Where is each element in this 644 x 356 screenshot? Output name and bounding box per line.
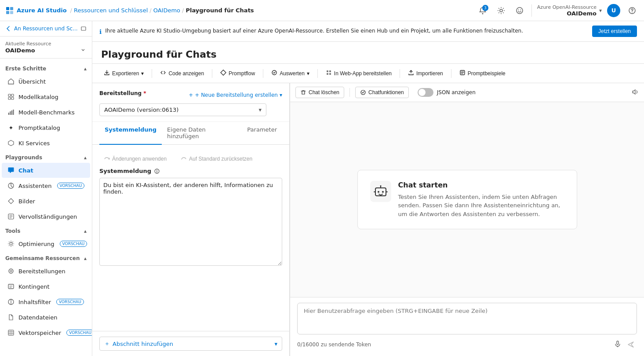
right-sep-1 (349, 88, 350, 97)
sidebar-item-bereitstellungen[interactable]: Bereitstellungen (2, 264, 90, 279)
topbar: Azure AI Studio / Ressourcen und Schlüss… (0, 0, 644, 21)
svg-rect-0 (6, 7, 9, 10)
breadcrumb-resources[interactable]: Ressourcen und Schlüssel (74, 7, 148, 14)
svg-rect-35 (329, 73, 331, 75)
resource-selector[interactable]: Azure OpenAI-Ressource OAIDemo ▾ (531, 4, 602, 17)
settings-icon[interactable] (495, 4, 508, 17)
create-hub-button[interactable]: Jetzt erstellen (592, 26, 637, 37)
collapse-icon: ▴ (84, 66, 87, 72)
section-shared-resources[interactable]: Gemeinsame Ressourcen ▴ (0, 252, 92, 263)
promptflow-icon (220, 70, 226, 77)
code-icon (160, 70, 166, 77)
promptflow-button[interactable]: Promptflow (216, 67, 259, 79)
sidebar-item-ubersicht[interactable]: Übersicht (2, 74, 90, 89)
section-tools[interactable]: Tools ▴ (0, 224, 92, 236)
svg-point-4 (482, 13, 483, 14)
current-resource: Aktuelle Ressource OAIDemo (0, 37, 92, 59)
import-button[interactable]: Importieren (404, 67, 448, 79)
add-section-area: ＋ Abschnitt hinzufügen ▾ (92, 331, 289, 356)
reset-button[interactable]: Auf Standard zurücksetzen (176, 154, 257, 164)
tab-eigene-daten[interactable]: Eigene Daten hinzufügen (162, 122, 242, 145)
sidebar-item-assistenten[interactable]: Assistenten VORSCHAU (2, 178, 90, 193)
sidebar-item-modell-benchmarks[interactable]: Modell-Benchmarks (2, 105, 90, 120)
import-icon (408, 70, 414, 77)
bot-icon (370, 181, 391, 202)
tab-parameter[interactable]: Parameter (242, 122, 282, 145)
svg-point-26 (10, 270, 12, 272)
avatar[interactable]: U (607, 4, 620, 17)
evaluate-button[interactable]: Auswerten ▾ (267, 67, 314, 79)
main-toolbar: Exportieren ▾ Code anzeigen Promptflow (92, 64, 644, 83)
apply-changes-button[interactable]: Änderungen anwenden (99, 154, 171, 164)
svg-point-42 (380, 185, 381, 187)
collapse-playgrounds-icon: ▴ (84, 154, 87, 161)
speaker-icon[interactable] (632, 88, 639, 97)
chat-input-footer: 0/16000 zu sendende Token (297, 336, 637, 351)
svg-point-41 (382, 191, 384, 193)
notification-badge: 3 (482, 5, 488, 11)
sidebar-item-vervollstandigungen[interactable]: Vervollständigungen (2, 209, 90, 224)
sidebar: An Ressourcen und Sc... Aktuelle Ressour… (0, 21, 92, 356)
examples-button[interactable]: Promptbeispiele (455, 67, 510, 79)
app-logo[interactable]: Azure AI Studio (5, 6, 67, 15)
breadcrumb-oaidemo[interactable]: OAIDemo (153, 7, 180, 14)
svg-point-40 (378, 191, 379, 193)
svg-rect-18 (11, 110, 12, 115)
sidebar-item-datendateien[interactable]: Datendateien (2, 310, 90, 325)
sep-5 (400, 69, 400, 78)
webapp-button[interactable]: In Web-App bereitstellen (321, 67, 396, 79)
add-section-button[interactable]: ＋ Abschnitt hinzufügen ▾ (99, 337, 282, 351)
sidebar-item-ki-services[interactable]: KI Services (2, 136, 90, 150)
svg-rect-34 (327, 73, 328, 75)
mic-icon[interactable] (614, 341, 621, 349)
section-erste-schritte[interactable]: Erste Schritte ▴ (0, 62, 92, 73)
svg-rect-1 (10, 7, 13, 10)
info-banner: ℹ Ihre aktuelle Azure KI Studio-Umgebung… (92, 21, 644, 42)
chat-functions-button[interactable]: Chatfunktionen (355, 87, 409, 98)
sidebar-item-promptkatalog[interactable]: ✦ Promptkatalog (2, 120, 90, 135)
sidebar-back-button[interactable]: An Ressourcen und Sc... (0, 21, 92, 37)
new-deployment-link[interactable]: + + Neue Bereitstellung erstellen ▾ (189, 92, 282, 98)
benchmark-icon (7, 108, 15, 116)
svg-rect-43 (617, 341, 619, 345)
sidebar-item-inhaltsfilter[interactable]: Inhaltsfilter VORSCHAU (2, 294, 90, 309)
export-chevron: ▾ (141, 70, 144, 77)
notifications-button[interactable]: 3 (476, 4, 489, 17)
collapse-tools-icon: ▴ (84, 228, 87, 234)
svg-rect-14 (8, 97, 11, 99)
system-message-textarea[interactable] (99, 178, 282, 266)
catalog-icon (7, 93, 15, 101)
sidebar-item-bilder[interactable]: Bilder (2, 194, 90, 209)
quota-icon (7, 283, 15, 290)
sidebar-item-modellkatalog[interactable]: Modellkatalog (2, 89, 90, 104)
code-button[interactable]: Code anzeigen (156, 67, 208, 79)
split-panel: Bereitstellung * + + Neue Bereitstellung… (92, 83, 644, 356)
optim-icon (7, 240, 15, 248)
sidebar-item-vektorspeicher[interactable]: Vektorspeicher VORSCHAU (2, 325, 90, 340)
sidebar-item-kontingent[interactable]: Kontingent (2, 279, 90, 294)
assistenten-icon (7, 182, 15, 190)
user-feedback-icon[interactable] (513, 4, 526, 17)
resource-chevron-icon: ▾ (599, 7, 602, 14)
json-toggle[interactable] (418, 88, 433, 97)
export-button[interactable]: Exportieren ▾ (99, 67, 148, 79)
help-icon[interactable] (626, 4, 639, 17)
svg-rect-30 (8, 330, 14, 335)
deployment-dropdown[interactable]: AOAIDemo (version:0613) ▾ (99, 103, 266, 116)
chat-toolbar: Chat löschen Chatfunktionen JSON anzeige… (290, 83, 644, 102)
json-toggle-container: JSON anzeigen (418, 88, 476, 97)
svg-rect-32 (327, 70, 328, 72)
sidebar-item-optimierung[interactable]: Optimierung VORSCHAU (2, 236, 90, 251)
sep-6 (451, 69, 451, 78)
tab-systemmeldung[interactable]: Systemmeldung (99, 122, 162, 145)
clear-chat-button[interactable]: Chat löschen (295, 87, 344, 98)
chat-input[interactable] (297, 303, 637, 334)
add-icon: ＋ (104, 340, 110, 348)
page-title: Playground für Chats (101, 49, 635, 60)
system-message-label: Systemmeldung (99, 168, 282, 174)
bilder-icon (7, 197, 15, 205)
sidebar-item-chat[interactable]: Chat (2, 163, 90, 178)
section-playgrounds[interactable]: Playgrounds ▴ (0, 151, 92, 162)
add-section-chevron: ▾ (274, 341, 277, 347)
send-button[interactable] (625, 338, 637, 351)
